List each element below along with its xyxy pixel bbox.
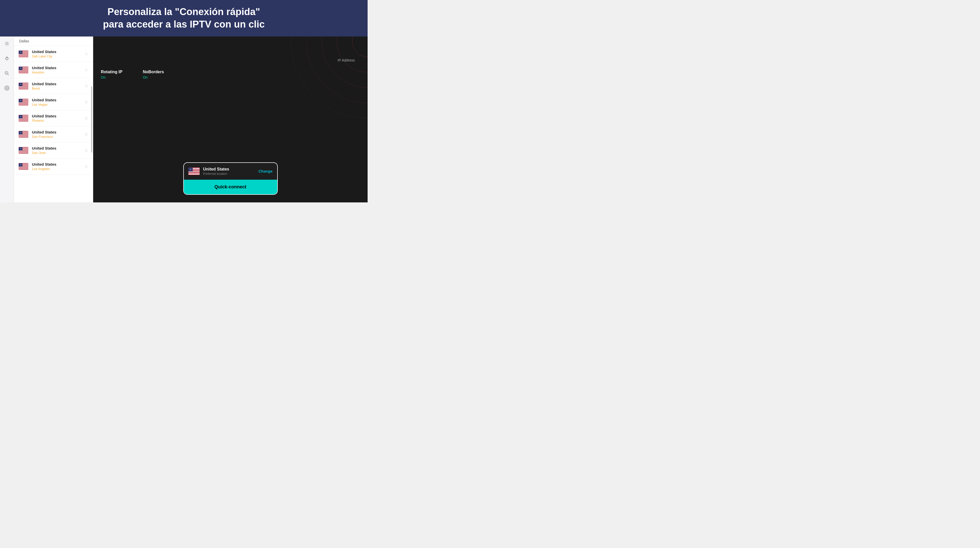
svg-line-3 — [5, 42, 6, 42]
vpn-app-panel: IP Address Rotating IP On NoBorders On U… — [93, 37, 368, 202]
rotating-ip-value: On — [101, 75, 122, 79]
us-flag-san-francisco — [19, 131, 28, 138]
svg-point-18 — [291, 37, 368, 118]
favorite-star-las-vegas[interactable]: ☆ — [84, 99, 88, 105]
svg-point-12 — [6, 72, 7, 73]
quick-connect-card: United States Preferred location Change … — [183, 162, 278, 195]
scrollbar[interactable] — [91, 86, 92, 152]
noborders-label: NoBorders — [143, 70, 164, 74]
location-item-los-angeles[interactable]: United States Los Angeles ☆ — [14, 159, 93, 175]
svg-line-8 — [8, 42, 8, 42]
settings-icon[interactable] — [2, 83, 11, 93]
favorite-star-san-francisco[interactable]: ☆ — [84, 132, 88, 137]
qc-location-info: United States Preferred location — [203, 167, 259, 176]
city-label: Phoenix — [32, 119, 82, 122]
bug-icon[interactable] — [2, 54, 11, 63]
favorite-star-bend[interactable]: ☆ — [84, 83, 88, 89]
location-text-phoenix: United States Phoenix — [32, 114, 82, 122]
favorite-star-los-angeles[interactable]: ☆ — [84, 164, 88, 169]
radar-graphic — [286, 37, 368, 123]
city-label: Salt Lake City — [32, 54, 82, 58]
location-text-san-jose: United States San Jose — [32, 146, 82, 155]
us-flag-salt-lake-city — [19, 51, 28, 57]
us-flag-houston — [19, 67, 28, 73]
noborders-value: On — [143, 75, 164, 79]
quick-connect-button[interactable]: Quick-connect — [184, 180, 277, 194]
country-label: United States — [32, 162, 82, 167]
header-title: Personaliza la "Conexión rápida" para ac… — [10, 6, 357, 31]
country-label: United States — [32, 114, 82, 118]
favorite-star-salt-lake-city[interactable]: ☆ — [84, 51, 88, 57]
rotating-ip-label: Rotating IP — [101, 70, 122, 74]
us-flag-san-jose — [19, 147, 28, 154]
country-label: United States — [32, 65, 82, 70]
favorite-star-houston[interactable]: ☆ — [84, 67, 88, 73]
svg-point-0 — [6, 43, 8, 44]
location-text-los-angeles: United States Los Angeles — [32, 162, 82, 171]
city-label: Las Vegas — [32, 103, 82, 106]
vpn-stats: Rotating IP On NoBorders On — [101, 70, 164, 79]
location-item-houston[interactable]: United States Houston ☆ — [14, 62, 93, 78]
svg-line-7 — [5, 45, 6, 45]
us-flag-phoenix — [19, 115, 28, 121]
location-item-san-jose[interactable]: United States San Jose ☆ — [14, 143, 93, 159]
location-item-las-vegas[interactable]: United States Las Vegas ☆ — [14, 94, 93, 110]
city-label: Houston — [32, 70, 82, 74]
noborders-stat: NoBorders On — [143, 70, 164, 79]
location-item-phoenix[interactable]: United States Phoenix ☆ — [14, 110, 93, 126]
city-label: Bend — [32, 87, 82, 91]
location-text-houston: United States Houston — [32, 65, 82, 74]
location-text-salt-lake-city: United States Salt Lake City — [32, 49, 82, 58]
qc-sublabel: Preferred location — [203, 172, 259, 176]
qc-country: United States — [203, 167, 259, 172]
favorite-star-phoenix[interactable]: ☆ — [84, 115, 88, 121]
vpn-list-panel: Dallas United States Salt Lake City ☆ Un… — [14, 37, 93, 202]
svg-point-14 — [352, 37, 368, 57]
location-item-bend[interactable]: United States Bend ☆ — [14, 78, 93, 94]
city-label: Los Angeles — [32, 167, 82, 171]
svg-point-13 — [6, 87, 8, 89]
us-flag-los-angeles — [19, 163, 28, 170]
location-item-salt-lake-city[interactable]: United States Salt Lake City ☆ — [14, 46, 93, 62]
search-icon[interactable] — [2, 69, 11, 78]
qc-us-flag — [188, 167, 200, 175]
country-label: United States — [32, 98, 82, 102]
svg-point-17 — [306, 37, 368, 103]
location-text-bend: United States Bend — [32, 82, 82, 91]
city-label: San Jose — [32, 151, 82, 155]
header-banner: Personaliza la "Conexión rápida" para ac… — [0, 0, 368, 37]
main-content: Dallas United States Salt Lake City ☆ Un… — [0, 37, 368, 202]
location-text-san-francisco: United States San Francisco — [32, 130, 82, 138]
favorite-star-san-jose[interactable]: ☆ — [84, 148, 88, 153]
qc-change-button[interactable]: Change — [258, 169, 272, 173]
country-label: United States — [32, 49, 82, 54]
country-label: United States — [32, 82, 82, 86]
ip-address-label: IP Address — [338, 58, 355, 62]
svg-line-4 — [8, 45, 8, 45]
truncated-item: Dallas — [14, 37, 93, 46]
location-item-san-francisco[interactable]: United States San Francisco ☆ — [14, 126, 93, 143]
us-flag-bend — [19, 83, 28, 89]
svg-point-9 — [6, 57, 8, 59]
rotating-ip-stat: Rotating IP On — [101, 70, 122, 79]
country-label: United States — [32, 146, 82, 150]
brightness-icon[interactable] — [2, 39, 11, 48]
qc-location-row: United States Preferred location Change — [184, 163, 277, 180]
city-label: San Francisco — [32, 135, 82, 138]
location-text-las-vegas: United States Las Vegas — [32, 98, 82, 106]
svg-line-11 — [8, 74, 9, 75]
sidebar — [0, 37, 14, 202]
country-label: United States — [32, 130, 82, 134]
us-flag-las-vegas — [19, 99, 28, 105]
